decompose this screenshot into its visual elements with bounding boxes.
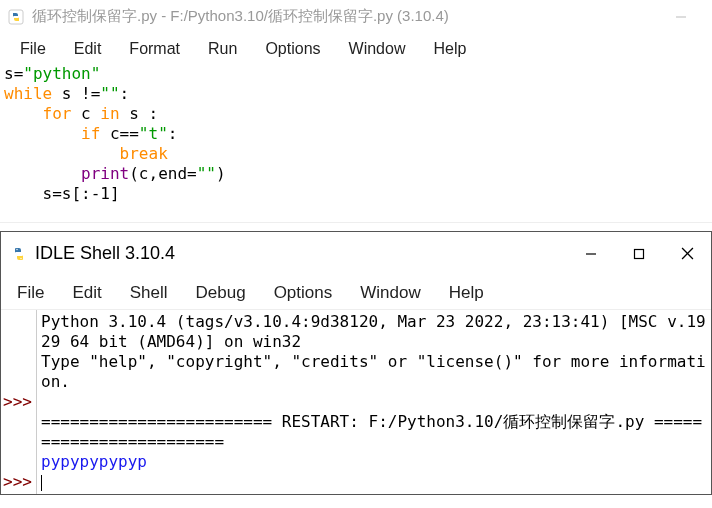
shell-banner: Type "help", "copyright", "credits" or "… bbox=[41, 352, 706, 391]
svg-point-2 bbox=[16, 248, 17, 249]
svg-point-3 bbox=[20, 257, 21, 258]
menu-window[interactable]: Window bbox=[346, 281, 434, 305]
python-file-icon bbox=[8, 9, 24, 25]
svg-rect-5 bbox=[635, 249, 644, 258]
editor-window-controls bbox=[658, 1, 704, 33]
menu-edit[interactable]: Edit bbox=[60, 38, 116, 60]
menu-run[interactable]: Run bbox=[194, 38, 251, 60]
prompt-marker: >>> bbox=[3, 392, 32, 411]
code-line: print(c,end="") bbox=[4, 164, 226, 183]
shell-title: IDLE Shell 3.10.4 bbox=[35, 243, 567, 264]
menu-help[interactable]: Help bbox=[435, 281, 498, 305]
editor-titlebar[interactable]: 循环控制保留字.py - F:/Python3.10/循环控制保留字.py (3… bbox=[0, 0, 712, 34]
menu-options[interactable]: Options bbox=[260, 281, 347, 305]
menu-file[interactable]: File bbox=[6, 38, 60, 60]
minimize-button[interactable] bbox=[658, 1, 704, 33]
code-line: while s !="": bbox=[4, 84, 129, 103]
menu-shell[interactable]: Shell bbox=[116, 281, 182, 305]
svg-rect-0 bbox=[9, 10, 23, 24]
menu-window[interactable]: Window bbox=[335, 38, 420, 60]
shell-body: >>> >>> Python 3.10.4 (tags/v3.10.4:9d38… bbox=[1, 310, 711, 494]
shell-window-controls bbox=[567, 232, 711, 276]
close-button[interactable] bbox=[663, 232, 711, 276]
shell-window: IDLE Shell 3.10.4 File Edit Shell Debug … bbox=[0, 231, 712, 495]
maximize-button[interactable] bbox=[615, 232, 663, 276]
editor-title: 循环控制保留字.py - F:/Python3.10/循环控制保留字.py (3… bbox=[32, 7, 658, 26]
menu-format[interactable]: Format bbox=[115, 38, 194, 60]
program-output: pypypypypyp bbox=[41, 452, 147, 471]
menu-help[interactable]: Help bbox=[419, 38, 480, 60]
code-line: break bbox=[4, 144, 168, 163]
code-line: s="python" bbox=[4, 64, 100, 83]
editor-menubar: File Edit Format Run Options Window Help bbox=[0, 34, 712, 64]
shell-menubar: File Edit Shell Debug Options Window Hel… bbox=[1, 276, 711, 310]
editor-window: 循环控制保留字.py - F:/Python3.10/循环控制保留字.py (3… bbox=[0, 0, 712, 223]
minimize-button[interactable] bbox=[567, 232, 615, 276]
python-app-icon bbox=[11, 246, 27, 262]
menu-file[interactable]: File bbox=[3, 281, 58, 305]
code-line: if c=="t": bbox=[4, 124, 177, 143]
menu-debug[interactable]: Debug bbox=[182, 281, 260, 305]
menu-edit[interactable]: Edit bbox=[58, 281, 115, 305]
editor-code[interactable]: s="python" while s !="": for c in s : if… bbox=[0, 64, 712, 223]
restart-label: RESTART: bbox=[272, 412, 368, 431]
restart-divider: ======================== bbox=[41, 412, 272, 431]
prompt-marker: >>> bbox=[3, 472, 32, 491]
restart-path: F:/Python3.10/循环控制保留字.py bbox=[369, 412, 654, 431]
menu-options[interactable]: Options bbox=[251, 38, 334, 60]
code-line: for c in s : bbox=[4, 104, 158, 123]
shell-prompt-gutter: >>> >>> bbox=[1, 310, 37, 494]
code-line: s=s[:-1] bbox=[4, 184, 120, 203]
shell-output[interactable]: Python 3.10.4 (tags/v3.10.4:9d38120, Mar… bbox=[37, 310, 711, 494]
text-cursor bbox=[41, 475, 42, 491]
shell-titlebar[interactable]: IDLE Shell 3.10.4 bbox=[1, 232, 711, 276]
shell-banner: Python 3.10.4 (tags/v3.10.4:9d38120, Mar… bbox=[41, 312, 706, 351]
